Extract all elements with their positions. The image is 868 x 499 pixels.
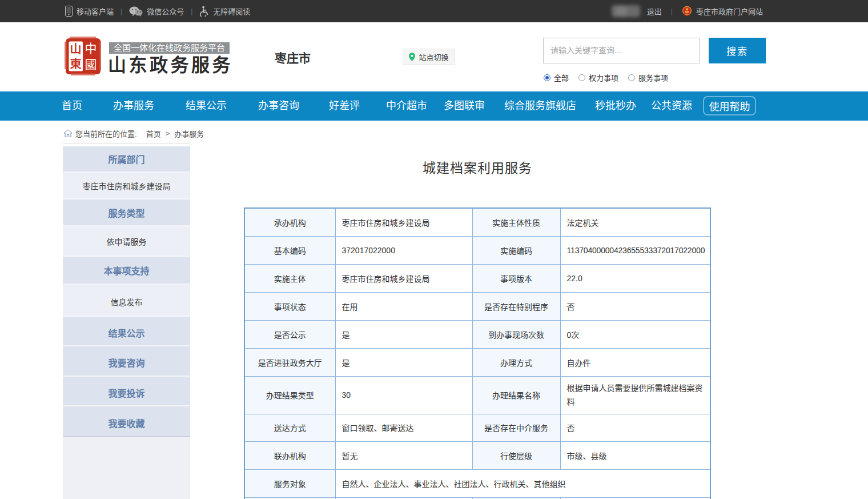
svg-text:東: 東 — [70, 58, 82, 70]
svg-text:國: 國 — [85, 58, 97, 71]
svg-text:山: 山 — [70, 43, 82, 55]
svg-text:中: 中 — [85, 42, 97, 55]
